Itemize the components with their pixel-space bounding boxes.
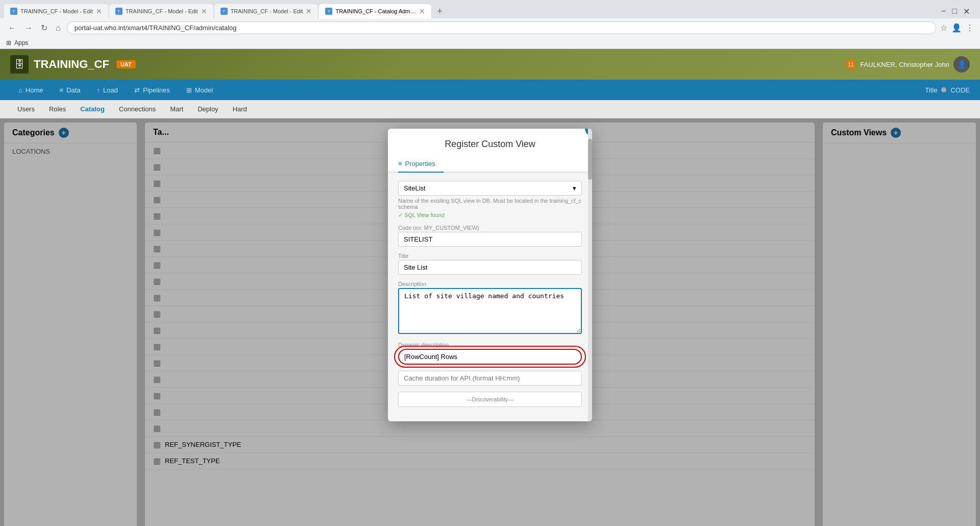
- nav-right: Title CODE: [925, 86, 970, 94]
- subnav-roles[interactable]: Roles: [42, 100, 73, 118]
- code-label: Code (ex: MY_CUSTOM_VIEW): [398, 225, 582, 231]
- sql-view-dropdown[interactable]: SiteList ▾: [398, 181, 582, 196]
- nav-home[interactable]: ⌂ Home: [10, 80, 52, 100]
- home-nav-icon: ⌂: [18, 86, 22, 94]
- description-textarea[interactable]: List of site village named and countries: [398, 288, 582, 334]
- dynamic-description-group: Dynamic description: [398, 342, 582, 365]
- tab-favicon-1: T: [10, 8, 17, 15]
- code-input[interactable]: [398, 232, 582, 247]
- back-button[interactable]: ←: [6, 22, 18, 34]
- discoverability-group: —Discoverability—: [398, 392, 582, 407]
- subnav-connections[interactable]: Connections: [112, 100, 163, 118]
- model-nav-icon: ⊞: [186, 86, 192, 94]
- browser-tab-4[interactable]: T TRAINING_CF - Catalog Adminis... ✕: [319, 4, 431, 18]
- nav-bar: ⌂ Home ≡ Data ↑ Load ⇄ Pipelines ⊞ Model…: [0, 80, 980, 100]
- subnav-hard[interactable]: Hard: [226, 100, 254, 118]
- sub-nav: Users Roles Catalog Connections Mart Dep…: [0, 100, 980, 118]
- nav-data[interactable]: ≡ Data: [52, 80, 89, 100]
- properties-tab-icon: ≡: [398, 160, 402, 168]
- close-window-button[interactable]: ✕: [963, 7, 970, 16]
- sql-view-hint: Name of the existing SQL view in DB. Mus…: [398, 198, 582, 210]
- pipelines-nav-icon: ⇄: [134, 86, 140, 94]
- title-input[interactable]: [398, 260, 582, 275]
- tab-close-4[interactable]: ✕: [419, 7, 425, 15]
- code-group: Code (ex: MY_CUSTOM_VIEW): [398, 225, 582, 247]
- nav-model[interactable]: ⊞ Model: [178, 80, 221, 100]
- nav-code-label: CODE: [950, 86, 970, 94]
- title-group: Title: [398, 253, 582, 275]
- bookmark-icon[interactable]: ☆: [940, 23, 947, 33]
- maximize-button[interactable]: □: [952, 7, 957, 16]
- forward-button[interactable]: →: [22, 22, 35, 34]
- dropdown-chevron-icon: ▾: [573, 184, 576, 192]
- window-controls: − □ ✕: [935, 5, 976, 18]
- tab-bar: T TRAINING_CF - Model - Edit ✕ T TRAININ…: [0, 0, 980, 18]
- app-header: 🗄 TRAINING_CF UAT 11 FAULKNER, Christoph…: [0, 49, 980, 80]
- user-avatar[interactable]: 👤: [953, 56, 970, 73]
- sql-view-group: SiteList ▾ Name of the existing SQL view…: [398, 181, 582, 219]
- dynamic-description-label: Dynamic description: [398, 342, 582, 348]
- minimize-button[interactable]: −: [941, 7, 946, 16]
- home-button[interactable]: ⌂: [54, 22, 63, 34]
- browser-tab-1[interactable]: T TRAINING_CF - Model - Edit ✕: [4, 4, 108, 18]
- address-input[interactable]: portal-uat.who.int/xmart4/TRAINING_CF/ad…: [67, 21, 936, 34]
- nav-load[interactable]: ↑ Load: [89, 80, 126, 100]
- account-icon[interactable]: 👤: [951, 23, 962, 33]
- subnav-deploy[interactable]: Deploy: [190, 100, 225, 118]
- tab-title-3: TRAINING_CF - Model - Edit: [231, 8, 303, 14]
- menu-icon[interactable]: ⋮: [966, 23, 974, 33]
- tab-favicon-4: T: [325, 8, 332, 15]
- subnav-catalog[interactable]: Catalog: [73, 100, 112, 118]
- tab-favicon-2: T: [115, 8, 122, 15]
- browser-tab-2[interactable]: T TRAINING_CF - Model - Edit ✕: [109, 4, 213, 18]
- tab-title-4: TRAINING_CF - Catalog Adminis...: [335, 8, 416, 14]
- discoverability-label: —Discoverability—: [403, 396, 577, 402]
- toggle-dot[interactable]: [941, 87, 946, 92]
- browser-chrome: T TRAINING_CF - Model - Edit ✕ T TRAININ…: [0, 0, 980, 49]
- address-icons: ☆ 👤 ⋮: [940, 23, 974, 33]
- apps-grid-icon: ⊞: [6, 39, 11, 46]
- apps-bar: ⊞ Apps: [0, 37, 980, 49]
- modal-overlay: ✕ Register Custom View ≡ Properties Site…: [0, 118, 980, 526]
- app-title: TRAINING_CF: [34, 58, 109, 71]
- browser-tab-3[interactable]: T TRAINING_CF - Model - Edit ✕: [214, 4, 318, 18]
- dynamic-description-input[interactable]: [398, 349, 582, 365]
- load-nav-icon: ↑: [97, 86, 101, 94]
- header-right: 11 FAULKNER, Christopher John 👤: [846, 56, 970, 73]
- tab-close-3[interactable]: ✕: [306, 7, 312, 15]
- address-bar: ← → ↻ ⌂ portal-uat.who.int/xmart4/TRAINI…: [0, 18, 980, 37]
- user-name: FAULKNER, Christopher John: [860, 61, 949, 68]
- modal-tabs: ≡ Properties: [388, 156, 592, 173]
- new-tab-button[interactable]: +: [432, 4, 447, 18]
- modal-scrollbar[interactable]: [588, 129, 592, 421]
- subnav-users[interactable]: Users: [10, 100, 42, 118]
- tab-close-1[interactable]: ✕: [96, 7, 102, 15]
- uat-badge: UAT: [116, 60, 136, 68]
- app-logo: 🗄 TRAINING_CF UAT: [10, 55, 136, 74]
- cache-group: [398, 371, 582, 386]
- subnav-mart[interactable]: Mart: [163, 100, 190, 118]
- tab-title-1: TRAINING_CF - Model - Edit: [20, 8, 93, 14]
- main-content: Categories + LOCATIONS Ta... ▦ ▦ ▦ ▦ ▦ ▦…: [0, 118, 980, 526]
- tab-close-2[interactable]: ✕: [201, 7, 207, 15]
- modal-tab-properties[interactable]: ≡ Properties: [398, 156, 444, 173]
- logo-icon: 🗄: [10, 55, 29, 74]
- address-text: portal-uat.who.int/xmart4/TRAINING_CF/ad…: [75, 24, 237, 32]
- apps-label[interactable]: Apps: [14, 39, 28, 46]
- refresh-button[interactable]: ↻: [39, 22, 50, 34]
- description-label: Description: [398, 281, 582, 287]
- description-group: Description List of site village named a…: [398, 281, 582, 336]
- cache-input[interactable]: [398, 371, 582, 386]
- nav-title-label: Title: [925, 86, 937, 94]
- tab-favicon-3: T: [220, 8, 228, 15]
- nav-pipelines[interactable]: ⇄ Pipelines: [126, 80, 178, 100]
- data-nav-icon: ≡: [60, 86, 64, 94]
- user-info: 11 FAULKNER, Christopher John 👤: [846, 56, 970, 73]
- sql-view-found: ✓ SQL View found: [398, 212, 582, 219]
- title-label: Title: [398, 253, 582, 259]
- scrollbar-thumb[interactable]: [588, 139, 592, 180]
- modal-body: SiteList ▾ Name of the existing SQL view…: [388, 173, 592, 421]
- notification-badge[interactable]: 11: [846, 59, 856, 69]
- dynamic-description-wrapper: [398, 349, 582, 365]
- tab-title-2: TRAINING_CF - Model - Edit: [126, 8, 198, 14]
